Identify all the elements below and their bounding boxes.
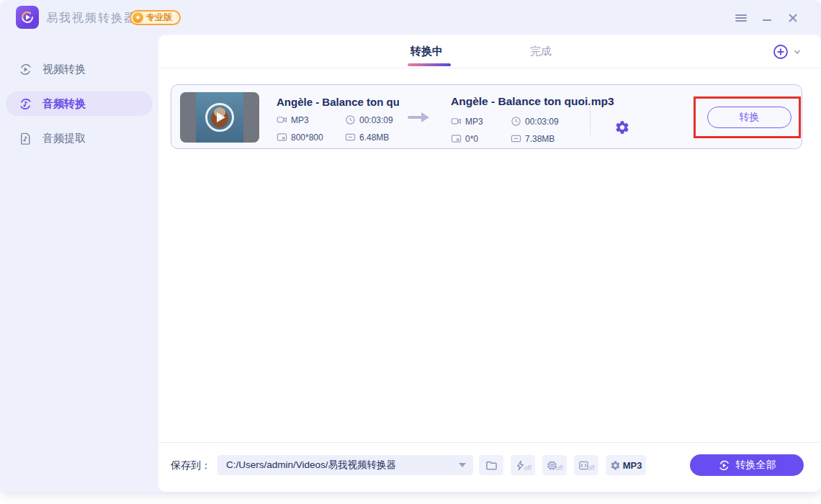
dropdown-caret-icon — [459, 463, 466, 467]
video-thumbnail[interactable] — [180, 92, 259, 143]
resolution-icon — [451, 133, 462, 144]
clock-icon — [511, 116, 521, 127]
file-size-icon — [511, 133, 521, 144]
sidebar-item-audio-convert[interactable]: 音频转换 — [6, 91, 153, 116]
gpu-acceleration-toggle[interactable]: off — [542, 455, 567, 475]
menu-icon[interactable] — [733, 10, 749, 26]
source-format: MP3 — [277, 114, 309, 125]
folder-icon — [485, 459, 498, 472]
app-logo-icon — [16, 6, 39, 29]
resolution-icon — [277, 132, 287, 143]
add-file-button[interactable] — [772, 43, 802, 60]
high-speed-toggle[interactable]: off — [511, 455, 535, 475]
star-icon: ★ — [133, 12, 143, 23]
sidebar-item-audio-extract[interactable]: 音频提取 — [6, 126, 153, 150]
target-duration: 00:03:09 — [511, 116, 559, 127]
convert-all-icon — [718, 459, 730, 472]
save-path-select[interactable]: C:/Users/admin/Videos/易我视频转换器 — [217, 455, 473, 475]
tab-done[interactable]: 完成 — [530, 45, 552, 58]
arrow-right-icon — [408, 110, 431, 125]
row-divider — [590, 101, 591, 135]
tab-converting[interactable]: 转换中 — [410, 45, 443, 58]
gear-icon — [610, 460, 621, 471]
target-format: MP3 — [451, 116, 483, 127]
save-to-label: 保存到： — [171, 459, 211, 472]
open-folder-button[interactable] — [479, 455, 503, 475]
audio-extract-icon — [19, 132, 32, 145]
audio-convert-icon — [19, 97, 32, 111]
pro-badge: ★ 专业版 — [130, 10, 181, 25]
pro-badge-label: 专业版 — [146, 12, 172, 24]
toggle-state-label: off — [556, 464, 563, 472]
camera-icon — [277, 114, 287, 125]
source-file-name: Angèle - Balance ton qu... — [277, 96, 399, 108]
target-resolution: 0*0 — [451, 133, 478, 144]
output-format-label: MP3 — [623, 460, 642, 471]
camera-icon — [451, 116, 462, 127]
save-path-value: C:/Users/admin/Videos/易我视频转换器 — [226, 459, 459, 472]
convert-all-label: 转换全部 — [736, 459, 776, 472]
video-convert-icon — [19, 63, 32, 76]
convert-all-button[interactable]: 转换全部 — [690, 454, 804, 476]
app-window: 易我视频转换器 ★ 专业版 视频转换 音频 — [0, 0, 821, 492]
sidebar-item-label: 视频转换 — [42, 63, 86, 76]
file-size-icon — [345, 132, 356, 143]
main-panel: 转换中 完成 Angèle - Balance ton qu... — [158, 35, 821, 492]
footer-divider — [158, 442, 821, 443]
task-row: Angèle - Balance ton qu... MP3 00:03:09 … — [171, 84, 802, 149]
close-icon[interactable] — [785, 10, 801, 26]
add-icon — [772, 43, 789, 60]
toggle-state-label: off — [524, 464, 531, 472]
source-size: 6.48MB — [345, 132, 389, 143]
sidebar-item-video-convert[interactable]: 视频转换 — [6, 57, 153, 81]
toggle-state-label: off — [588, 464, 595, 472]
header-divider — [158, 68, 821, 68]
output-format-button[interactable]: MP3 — [606, 455, 646, 475]
chevron-down-icon — [792, 47, 802, 57]
sidebar-item-label: 音频转换 — [42, 97, 86, 111]
app-title: 易我视频转换器 — [46, 11, 137, 26]
source-resolution: 800*800 — [277, 132, 323, 143]
source-duration: 00:03:09 — [345, 114, 393, 125]
minimize-icon[interactable] — [759, 10, 775, 26]
clock-icon — [345, 114, 356, 125]
merge-files-toggle[interactable]: off — [574, 455, 598, 475]
convert-button[interactable]: 转换 — [707, 107, 791, 128]
play-icon[interactable] — [205, 103, 234, 132]
target-size: 7.38MB — [511, 133, 555, 144]
active-tab-underline — [408, 63, 451, 66]
sidebar-item-label: 音频提取 — [42, 132, 86, 145]
task-settings-gear-icon[interactable] — [614, 120, 630, 135]
